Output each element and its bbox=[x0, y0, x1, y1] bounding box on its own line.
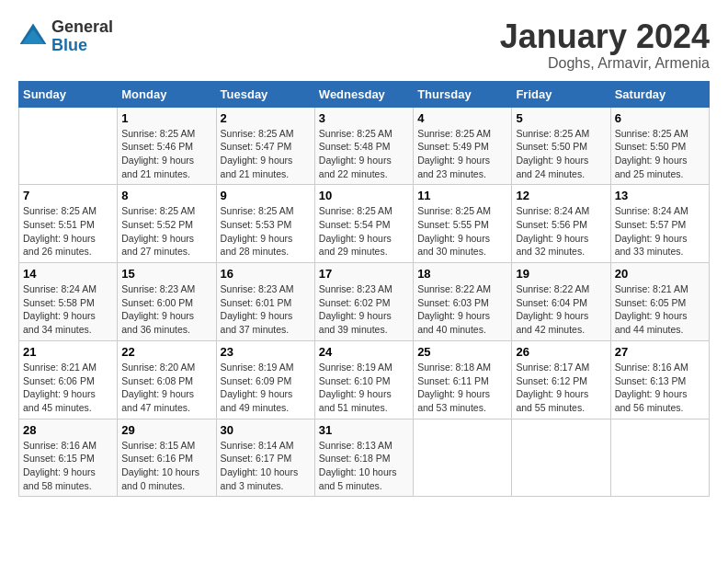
day-info: Sunrise: 8:25 AM Sunset: 5:46 PM Dayligh… bbox=[121, 127, 211, 181]
day-info: Sunrise: 8:25 AM Sunset: 5:52 PM Dayligh… bbox=[121, 204, 211, 259]
day-number: 23 bbox=[221, 345, 311, 359]
day-cell: 19Sunrise: 8:22 AM Sunset: 6:04 PM Dayli… bbox=[512, 263, 610, 341]
day-number: 6 bbox=[615, 111, 705, 125]
day-number: 13 bbox=[615, 189, 705, 202]
day-cell bbox=[19, 107, 118, 185]
header-friday: Friday bbox=[512, 81, 610, 107]
day-info: Sunrise: 8:17 AM Sunset: 6:12 PM Dayligh… bbox=[516, 361, 606, 415]
week-row-3: 21Sunrise: 8:21 AM Sunset: 6:06 PM Dayli… bbox=[19, 340, 710, 419]
logo-blue: Blue bbox=[51, 37, 113, 55]
day-cell: 31Sunrise: 8:13 AM Sunset: 6:18 PM Dayli… bbox=[314, 419, 413, 497]
day-info: Sunrise: 8:15 AM Sunset: 6:16 PM Dayligh… bbox=[121, 439, 211, 493]
day-number: 27 bbox=[615, 345, 705, 359]
location-subtitle: Doghs, Armavir, Armenia bbox=[500, 55, 710, 72]
day-number: 5 bbox=[516, 111, 606, 125]
day-number: 1 bbox=[121, 111, 211, 125]
day-number: 15 bbox=[121, 267, 211, 281]
day-info: Sunrise: 8:21 AM Sunset: 6:06 PM Dayligh… bbox=[23, 361, 113, 415]
day-cell: 26Sunrise: 8:17 AM Sunset: 6:12 PM Dayli… bbox=[512, 340, 610, 419]
day-cell: 16Sunrise: 8:23 AM Sunset: 6:01 PM Dayli… bbox=[216, 263, 314, 341]
header-tuesday: Tuesday bbox=[216, 81, 314, 107]
day-info: Sunrise: 8:25 AM Sunset: 5:51 PM Dayligh… bbox=[23, 204, 113, 259]
day-cell: 6Sunrise: 8:25 AM Sunset: 5:50 PM Daylig… bbox=[610, 107, 709, 185]
day-info: Sunrise: 8:23 AM Sunset: 6:02 PM Dayligh… bbox=[319, 282, 409, 337]
day-cell: 7Sunrise: 8:25 AM Sunset: 5:51 PM Daylig… bbox=[19, 185, 118, 263]
day-number: 28 bbox=[23, 423, 113, 437]
day-number: 11 bbox=[417, 189, 507, 202]
day-cell: 1Sunrise: 8:25 AM Sunset: 5:46 PM Daylig… bbox=[118, 107, 216, 185]
day-info: Sunrise: 8:22 AM Sunset: 6:03 PM Dayligh… bbox=[417, 282, 507, 337]
day-info: Sunrise: 8:25 AM Sunset: 5:50 PM Dayligh… bbox=[615, 127, 705, 181]
day-number: 24 bbox=[319, 345, 409, 359]
day-cell: 21Sunrise: 8:21 AM Sunset: 6:06 PM Dayli… bbox=[19, 340, 118, 419]
day-cell: 12Sunrise: 8:24 AM Sunset: 5:56 PM Dayli… bbox=[512, 185, 610, 263]
day-cell: 22Sunrise: 8:20 AM Sunset: 6:08 PM Dayli… bbox=[118, 340, 216, 419]
day-cell: 23Sunrise: 8:19 AM Sunset: 6:09 PM Dayli… bbox=[216, 340, 314, 419]
day-info: Sunrise: 8:14 AM Sunset: 6:17 PM Dayligh… bbox=[221, 439, 311, 493]
header-row: Sunday Monday Tuesday Wednesday Thursday… bbox=[19, 81, 710, 107]
day-info: Sunrise: 8:23 AM Sunset: 6:01 PM Dayligh… bbox=[221, 282, 311, 337]
day-cell: 15Sunrise: 8:23 AM Sunset: 6:00 PM Dayli… bbox=[118, 263, 216, 341]
day-number: 17 bbox=[319, 267, 409, 281]
day-cell: 3Sunrise: 8:25 AM Sunset: 5:48 PM Daylig… bbox=[314, 107, 413, 185]
day-number: 9 bbox=[221, 189, 311, 202]
calendar-body: 1Sunrise: 8:25 AM Sunset: 5:46 PM Daylig… bbox=[19, 107, 710, 497]
day-number: 14 bbox=[23, 267, 113, 281]
day-number: 18 bbox=[417, 267, 507, 281]
day-info: Sunrise: 8:25 AM Sunset: 5:53 PM Dayligh… bbox=[221, 204, 311, 259]
day-cell bbox=[610, 419, 709, 497]
logo-icon bbox=[18, 22, 48, 52]
day-cell: 18Sunrise: 8:22 AM Sunset: 6:03 PM Dayli… bbox=[414, 263, 512, 341]
month-title: January 2024 bbox=[500, 18, 710, 55]
calendar-table: Sunday Monday Tuesday Wednesday Thursday… bbox=[18, 81, 710, 498]
day-cell: 10Sunrise: 8:25 AM Sunset: 5:54 PM Dayli… bbox=[314, 185, 413, 263]
day-number: 29 bbox=[121, 423, 211, 437]
header-saturday: Saturday bbox=[610, 81, 709, 107]
logo-general: General bbox=[51, 18, 113, 37]
day-cell: 27Sunrise: 8:16 AM Sunset: 6:13 PM Dayli… bbox=[610, 340, 709, 419]
day-info: Sunrise: 8:23 AM Sunset: 6:00 PM Dayligh… bbox=[121, 282, 211, 337]
day-info: Sunrise: 8:13 AM Sunset: 6:18 PM Dayligh… bbox=[319, 439, 409, 493]
day-number: 26 bbox=[516, 345, 606, 359]
day-cell: 11Sunrise: 8:25 AM Sunset: 5:55 PM Dayli… bbox=[414, 185, 512, 263]
header: General Blue January 2024 Doghs, Armavir… bbox=[18, 18, 710, 72]
day-info: Sunrise: 8:25 AM Sunset: 5:50 PM Dayligh… bbox=[516, 127, 606, 181]
day-number: 3 bbox=[319, 111, 409, 125]
day-cell: 9Sunrise: 8:25 AM Sunset: 5:53 PM Daylig… bbox=[216, 185, 314, 263]
day-number: 16 bbox=[221, 267, 311, 281]
day-info: Sunrise: 8:19 AM Sunset: 6:09 PM Dayligh… bbox=[221, 361, 311, 415]
day-number: 8 bbox=[121, 189, 211, 202]
day-cell: 5Sunrise: 8:25 AM Sunset: 5:50 PM Daylig… bbox=[512, 107, 610, 185]
day-info: Sunrise: 8:25 AM Sunset: 5:47 PM Dayligh… bbox=[221, 127, 311, 181]
day-cell: 28Sunrise: 8:16 AM Sunset: 6:15 PM Dayli… bbox=[19, 419, 118, 497]
day-cell: 25Sunrise: 8:18 AM Sunset: 6:11 PM Dayli… bbox=[414, 340, 512, 419]
day-info: Sunrise: 8:22 AM Sunset: 6:04 PM Dayligh… bbox=[516, 282, 606, 337]
day-cell bbox=[414, 419, 512, 497]
day-info: Sunrise: 8:20 AM Sunset: 6:08 PM Dayligh… bbox=[121, 361, 211, 415]
day-info: Sunrise: 8:25 AM Sunset: 5:48 PM Dayligh… bbox=[319, 127, 409, 181]
week-row-1: 7Sunrise: 8:25 AM Sunset: 5:51 PM Daylig… bbox=[19, 185, 710, 263]
day-cell: 4Sunrise: 8:25 AM Sunset: 5:49 PM Daylig… bbox=[414, 107, 512, 185]
day-cell: 20Sunrise: 8:21 AM Sunset: 6:05 PM Dayli… bbox=[610, 263, 709, 341]
day-info: Sunrise: 8:25 AM Sunset: 5:49 PM Dayligh… bbox=[417, 127, 507, 181]
day-cell: 8Sunrise: 8:25 AM Sunset: 5:52 PM Daylig… bbox=[118, 185, 216, 263]
day-number: 22 bbox=[121, 345, 211, 359]
day-info: Sunrise: 8:16 AM Sunset: 6:13 PM Dayligh… bbox=[615, 361, 705, 415]
day-info: Sunrise: 8:19 AM Sunset: 6:10 PM Dayligh… bbox=[319, 361, 409, 415]
day-number: 25 bbox=[417, 345, 507, 359]
week-row-0: 1Sunrise: 8:25 AM Sunset: 5:46 PM Daylig… bbox=[19, 107, 710, 185]
header-wednesday: Wednesday bbox=[314, 81, 413, 107]
header-thursday: Thursday bbox=[414, 81, 512, 107]
day-info: Sunrise: 8:24 AM Sunset: 5:58 PM Dayligh… bbox=[23, 282, 113, 337]
day-number: 12 bbox=[516, 189, 606, 202]
day-cell: 13Sunrise: 8:24 AM Sunset: 5:57 PM Dayli… bbox=[610, 185, 709, 263]
day-info: Sunrise: 8:18 AM Sunset: 6:11 PM Dayligh… bbox=[417, 361, 507, 415]
header-monday: Monday bbox=[118, 81, 216, 107]
week-row-4: 28Sunrise: 8:16 AM Sunset: 6:15 PM Dayli… bbox=[19, 419, 710, 497]
day-cell bbox=[512, 419, 610, 497]
day-cell: 29Sunrise: 8:15 AM Sunset: 6:16 PM Dayli… bbox=[118, 419, 216, 497]
day-cell: 17Sunrise: 8:23 AM Sunset: 6:02 PM Dayli… bbox=[314, 263, 413, 341]
day-number: 7 bbox=[23, 189, 113, 202]
day-info: Sunrise: 8:24 AM Sunset: 5:57 PM Dayligh… bbox=[615, 204, 705, 259]
week-row-2: 14Sunrise: 8:24 AM Sunset: 5:58 PM Dayli… bbox=[19, 263, 710, 341]
